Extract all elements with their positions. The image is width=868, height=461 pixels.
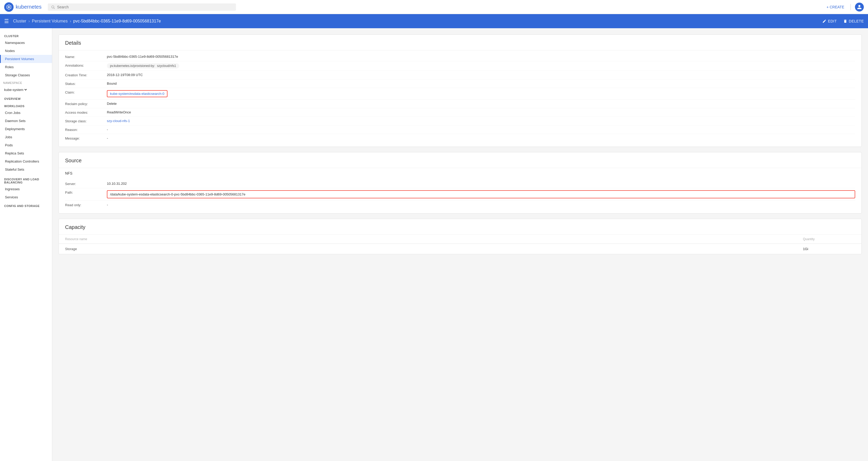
app-logo[interactable]: kubernetes: [4, 2, 41, 12]
nav-divider: [850, 4, 851, 10]
detail-label-reason: Reason:: [65, 127, 107, 132]
namespace-selector[interactable]: kube-system: [0, 86, 52, 94]
sidebar-item-daemon-sets[interactable]: Daemon Sets: [0, 117, 52, 125]
main-layout: Cluster Namespaces Nodes Persistent Volu…: [0, 28, 868, 461]
path-highlighted: /data/kube-system-esdata-elasticsearch-0…: [107, 190, 855, 198]
detail-label-name: Name:: [65, 55, 107, 59]
detail-row-reclaim: Reclaim policy: Delete: [65, 99, 855, 108]
annotation-key: pv.kubernetes.io/provisioned-by:: [110, 64, 155, 68]
source-row-server: Server: 10.10.31.202: [65, 180, 855, 188]
capacity-row-storage-quantity: 1Gi: [803, 247, 855, 251]
breadcrumb-current: pvc-5bd84bbc-0365-11e9-8d69-00505681317e: [73, 19, 161, 24]
source-label-server: Server:: [65, 182, 107, 186]
detail-row-name: Name: pvc-5bd84bbc-0365-11e9-8d69-005056…: [65, 53, 855, 61]
breadcrumb-bar: ☰ Cluster › Persistent Volumes › pvc-5bd…: [0, 14, 868, 28]
svg-line-5: [10, 7, 10, 8]
delete-button[interactable]: DELETE: [843, 19, 864, 23]
breadcrumb-sep-1: ›: [29, 19, 30, 24]
sidebar-item-storage-classes[interactable]: Storage Classes: [0, 71, 52, 79]
breadcrumb-persistent-volumes[interactable]: Persistent Volumes: [32, 19, 68, 24]
create-button[interactable]: + CREATE: [825, 3, 846, 11]
sidebar-item-replication-controllers[interactable]: Replication Controllers: [0, 157, 52, 165]
details-card-title: Details: [59, 35, 862, 51]
source-label-readonly: Read only:: [65, 203, 107, 207]
capacity-card: Capacity Resource name Quantity Storage …: [59, 219, 862, 254]
detail-value-claim: kube-system/esdata-elasticsearch-0: [107, 90, 855, 97]
source-row-path: Path: /data/kube-system-esdata-elasticse…: [65, 188, 855, 201]
detail-value-access-modes: ReadWriteOnce: [107, 110, 855, 114]
workloads-section-header: Workloads: [0, 101, 52, 109]
details-card: Details Name: pvc-5bd84bbc-0365-11e9-8d6…: [59, 34, 862, 147]
namespace-section-header: Namespace: [0, 79, 52, 86]
capacity-table: Resource name Quantity Storage 1Gi: [59, 235, 862, 254]
breadcrumb-actions: EDIT DELETE: [822, 19, 864, 23]
source-table: Server: 10.10.31.202 Path: /data/kube-sy…: [59, 178, 862, 213]
main-content: Details Name: pvc-5bd84bbc-0365-11e9-8d6…: [52, 28, 868, 461]
capacity-col-name: Resource name: [65, 237, 803, 241]
cluster-section-header: Cluster: [0, 31, 52, 39]
svg-point-1: [8, 6, 10, 8]
sidebar-item-namespaces[interactable]: Namespaces: [0, 39, 52, 47]
detail-row-storage-class: Storage class: szy-cloud-nfs-1: [65, 117, 855, 125]
sidebar-item-jobs[interactable]: Jobs: [0, 133, 52, 141]
detail-row-message: Message: -: [65, 134, 855, 143]
source-label-path: Path:: [65, 190, 107, 194]
source-value-server: 10.10.31.202: [107, 182, 855, 186]
sidebar-item-cron-jobs[interactable]: Cron Jobs: [0, 109, 52, 117]
detail-value-annotations: pv.kubernetes.io/provisioned-by: szyclou…: [107, 63, 855, 68]
detail-label-claim: Claim:: [65, 90, 107, 94]
details-table: Name: pvc-5bd84bbc-0365-11e9-8d69-005056…: [59, 51, 862, 147]
edit-label: EDIT: [828, 19, 837, 23]
detail-row-annotations: Annotations: pv.kubernetes.io/provisione…: [65, 61, 855, 71]
namespace-select-input[interactable]: kube-system: [3, 88, 28, 92]
source-sub-heading: NFS: [59, 168, 862, 178]
storage-class-link[interactable]: szy-cloud-nfs-1: [107, 119, 130, 123]
detail-label-storage-class: Storage class:: [65, 119, 107, 123]
sidebar-item-persistent-volumes[interactable]: Persistent Volumes: [0, 55, 52, 63]
detail-row-reason: Reason: -: [65, 125, 855, 134]
detail-label-annotations: Annotations:: [65, 63, 107, 67]
hamburger-menu[interactable]: ☰: [4, 18, 9, 24]
detail-value-reclaim: Delete: [107, 102, 855, 105]
svg-line-6: [10, 6, 10, 6]
detail-row-claim: Claim: kube-system/esdata-elasticsearch-…: [65, 88, 855, 99]
detail-row-creation-time: Creation Time: 2018-12-19T08:09 UTC: [65, 71, 855, 80]
claim-highlighted-link[interactable]: kube-system/esdata-elasticsearch-0: [107, 90, 167, 97]
capacity-header-row: Resource name Quantity: [59, 235, 862, 244]
breadcrumb-cluster[interactable]: Cluster: [13, 19, 26, 24]
sidebar-item-services[interactable]: Services: [0, 193, 52, 201]
sidebar-item-roles[interactable]: Roles: [0, 63, 52, 71]
edit-button[interactable]: EDIT: [822, 19, 837, 23]
avatar[interactable]: [855, 3, 864, 11]
sidebar-item-ingresses[interactable]: Ingresses: [0, 185, 52, 193]
source-card-title: Source: [59, 152, 862, 168]
logo-icon: [4, 2, 13, 12]
delete-icon: [843, 19, 847, 23]
sidebar-item-stateful-sets[interactable]: Stateful Sets: [0, 165, 52, 174]
detail-label-creation-time: Creation Time:: [65, 73, 107, 77]
sidebar-item-replica-sets[interactable]: Replica Sets: [0, 149, 52, 157]
source-card: Source NFS Server: 10.10.31.202 Path: /d…: [59, 152, 862, 214]
search-input[interactable]: [57, 5, 233, 9]
claim-link[interactable]: kube-system/esdata-elasticsearch-0: [110, 92, 164, 96]
detail-label-reclaim: Reclaim policy:: [65, 102, 107, 106]
svg-point-8: [52, 5, 54, 8]
sidebar-item-pods[interactable]: Pods: [0, 141, 52, 149]
search-icon: [51, 5, 55, 9]
detail-label-status: Status:: [65, 82, 107, 86]
breadcrumb-sep-2: ›: [70, 19, 71, 24]
detail-label-message: Message:: [65, 136, 107, 140]
detail-value-message: -: [107, 136, 855, 140]
detail-row-status: Status: Bound: [65, 80, 855, 88]
detail-value-name: pvc-5bd84bbc-0365-11e9-8d69-00505681317e: [107, 55, 855, 59]
source-row-readonly: Read only: -: [65, 201, 855, 209]
overview-section-header: Overview: [0, 94, 52, 101]
svg-line-9: [54, 7, 55, 9]
sidebar: Cluster Namespaces Nodes Persistent Volu…: [0, 28, 52, 461]
source-value-readonly: -: [107, 203, 855, 207]
svg-line-4: [7, 6, 8, 6]
sidebar-item-nodes[interactable]: Nodes: [0, 47, 52, 55]
search-bar[interactable]: [48, 3, 236, 11]
capacity-card-title: Capacity: [59, 219, 862, 235]
sidebar-item-deployments[interactable]: Deployments: [0, 125, 52, 133]
